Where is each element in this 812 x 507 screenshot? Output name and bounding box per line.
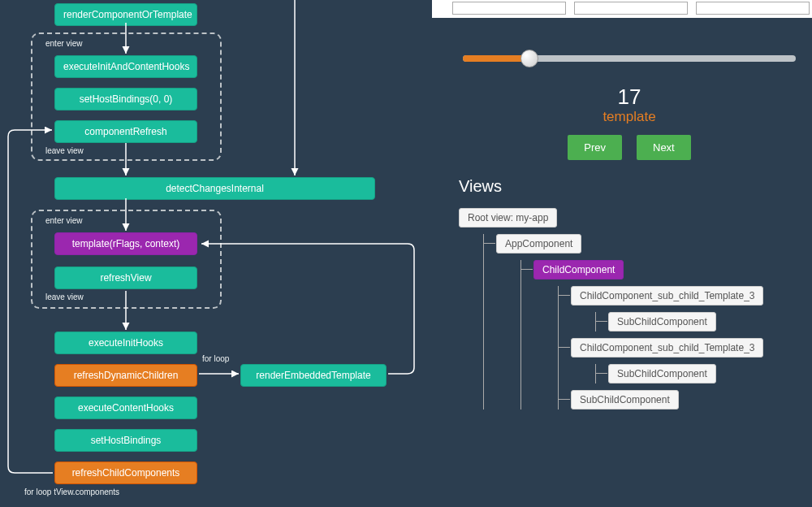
input-b[interactable] [574,2,688,15]
node-render-component: renderComponentOrTemplate [54,3,197,26]
label-for-loop: for loop [202,354,229,363]
label-enter-view-2: enter view [45,216,83,225]
step-number: 17 [463,84,796,110]
tree-sub-child-a[interactable]: SubChildComponent [608,312,716,332]
views-tree: Root view: my-app AppComponent ChildComp… [459,208,800,416]
label-for-loop-components: for loop tView.components [24,488,119,496]
tree-child-component[interactable]: ChildComponent [533,260,624,280]
node-component-refresh: componentRefresh [54,120,197,143]
step-slider[interactable] [463,50,796,68]
tree-root[interactable]: Root view: my-app [459,208,557,228]
slider-fill [463,55,529,62]
node-execute-init-hooks: executeInitHooks [54,332,197,354]
tree-app-component[interactable]: AppComponent [496,234,581,254]
tree-sub-child-c[interactable]: SubChildComponent [571,390,679,410]
tree-sub-tpl-3a[interactable]: ChildComponent_sub_child_Template_3 [571,286,763,306]
step-label: template [463,109,796,125]
node-render-embedded-template: renderEmbeddedTemplate [240,364,387,387]
nav-buttons: Prev Next [463,135,796,160]
label-leave-view-1: leave view [45,146,84,155]
node-detect-changes-internal: detectChangesInternal [54,177,375,200]
input-c[interactable] [696,2,810,15]
node-refresh-dynamic-children: refreshDynamicChildren [54,364,197,387]
node-refresh-child-components: refreshChildComponents [54,462,197,484]
label-leave-view-2: leave view [45,292,84,301]
node-execute-init-content-hooks: executeInitAndContentHooks [54,55,197,78]
tree-sub-tpl-3b[interactable]: ChildComponent_sub_child_Template_3 [571,338,763,358]
label-enter-view-1: enter view [45,39,83,48]
node-refresh-view: refreshView [54,266,197,289]
node-execute-content-hooks: executeContentHooks [54,396,197,419]
node-set-host-bindings: setHostBindings [54,429,197,452]
prev-button[interactable]: Prev [568,135,622,160]
top-inputs-bar [432,0,812,18]
node-set-host-bindings-00: setHostBindings(0, 0) [54,88,197,110]
node-template-fn: template(rFlags, context) [54,232,197,255]
input-a[interactable] [452,2,566,15]
slider-thumb[interactable] [520,50,538,67]
views-heading: Views [459,177,502,196]
next-button[interactable]: Next [637,135,691,160]
tree-sub-child-b[interactable]: SubChildComponent [608,364,716,384]
